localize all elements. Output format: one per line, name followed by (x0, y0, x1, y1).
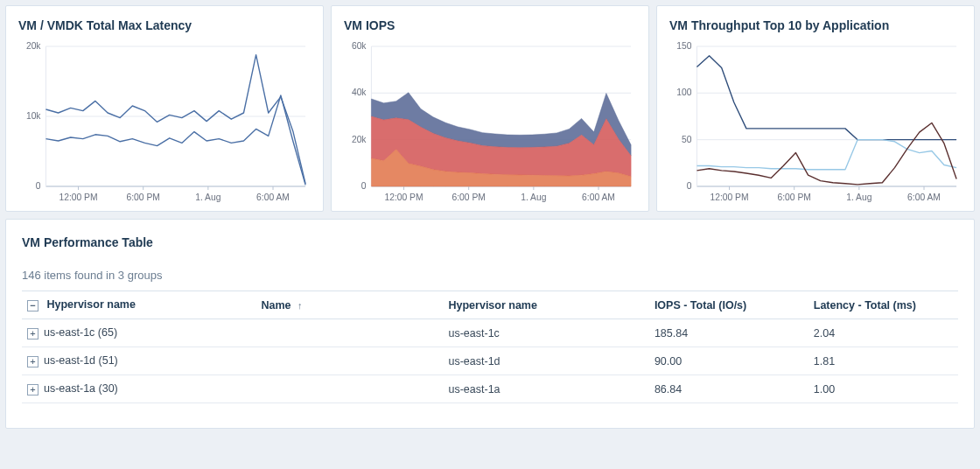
group-label: us-east-1d (51) (44, 354, 118, 367)
chart-area-iops[interactable]: 020k40k60k12:00 PM6:00 PM1. Aug6:00 AM (344, 39, 636, 206)
svg-text:0: 0 (36, 181, 41, 191)
col-header-iops[interactable]: IOPS - Total (IO/s) (649, 291, 808, 319)
cell-latency: 1.00 (808, 375, 958, 403)
performance-table: − Hypervisor name Name ↑ Hypervisor name… (22, 290, 958, 403)
svg-text:100: 100 (676, 88, 691, 97)
svg-text:12:00 PM: 12:00 PM (710, 192, 748, 202)
svg-text:1. Aug: 1. Aug (521, 192, 546, 202)
svg-text:12:00 PM: 12:00 PM (384, 192, 423, 202)
col-header-label: Hypervisor name (46, 298, 135, 311)
chart-card-latency: VM / VMDK Total Max Latency 010k20k12:00… (5, 5, 324, 212)
cell-latency: 1.81 (808, 347, 958, 375)
charts-row: VM / VMDK Total Max Latency 010k20k12:00… (5, 5, 975, 212)
cell-iops: 185.84 (649, 319, 808, 347)
table-header-row: − Hypervisor name Name ↑ Hypervisor name… (22, 291, 958, 319)
cell-iops: 86.84 (649, 375, 808, 403)
svg-text:20k: 20k (26, 41, 41, 51)
svg-text:10k: 10k (26, 111, 41, 121)
chart-title: VM Throughput Top 10 by Application (669, 18, 962, 32)
svg-text:1. Aug: 1. Aug (195, 192, 220, 202)
chart-title: VM / VMDK Total Max Latency (18, 18, 311, 32)
svg-text:6:00 AM: 6:00 AM (582, 192, 615, 202)
col-header-hypervisor-2[interactable]: Hypervisor name (444, 291, 649, 319)
svg-text:150: 150 (676, 41, 691, 51)
cell-hypervisor: us-east-1d (444, 347, 649, 375)
cell-name (256, 347, 444, 375)
table-row[interactable]: +us-east-1c (65)us-east-1c185.842.04 (22, 319, 958, 347)
col-header-label: Latency - Total (ms) (814, 299, 916, 312)
col-header-latency[interactable]: Latency - Total (ms) (808, 291, 958, 319)
svg-text:0: 0 (687, 181, 692, 191)
svg-text:6:00 PM: 6:00 PM (778, 192, 811, 202)
expand-icon[interactable]: + (27, 384, 38, 396)
sort-asc-icon: ↑ (298, 300, 303, 311)
expand-icon[interactable]: + (27, 328, 38, 340)
svg-text:0: 0 (361, 181, 367, 191)
performance-table-card: VM Performance Table 146 items found in … (5, 219, 975, 429)
collapse-all-icon[interactable]: − (27, 300, 38, 312)
svg-text:6:00 PM: 6:00 PM (127, 192, 160, 202)
svg-text:20k: 20k (352, 135, 367, 144)
svg-text:6:00 AM: 6:00 AM (907, 192, 941, 202)
table-subtitle: 146 items found in 3 groups (22, 269, 958, 282)
chart-card-throughput: VM Throughput Top 10 by Application 0501… (656, 5, 975, 212)
cell-name (256, 375, 444, 403)
col-header-label: IOPS - Total (IO/s) (654, 299, 746, 312)
svg-text:6:00 PM: 6:00 PM (452, 192, 486, 202)
cell-hypervisor: us-east-1c (444, 319, 649, 347)
col-header-label: Hypervisor name (449, 299, 537, 312)
chart-title: VM IOPS (344, 18, 636, 32)
col-header-label: Name (262, 299, 291, 312)
chart-area-throughput[interactable]: 05010015012:00 PM6:00 PM1. Aug6:00 AM (669, 39, 962, 206)
chart-card-iops: VM IOPS 020k40k60k12:00 PM6:00 PM1. Aug6… (331, 5, 649, 212)
svg-text:1. Aug: 1. Aug (846, 192, 872, 202)
chart-area-latency[interactable]: 010k20k12:00 PM6:00 PM1. Aug6:00 AM (18, 39, 311, 206)
cell-name (256, 319, 444, 347)
col-header-hypervisor-1[interactable]: − Hypervisor name (22, 291, 256, 319)
table-row[interactable]: +us-east-1a (30)us-east-1a86.841.00 (22, 375, 958, 403)
expand-icon[interactable]: + (27, 356, 38, 368)
group-label: us-east-1a (30) (44, 382, 118, 395)
svg-text:50: 50 (682, 135, 692, 144)
table-row[interactable]: +us-east-1d (51)us-east-1d90.001.81 (22, 347, 958, 375)
svg-text:12:00 PM: 12:00 PM (59, 192, 97, 202)
cell-iops: 90.00 (649, 347, 808, 375)
col-header-name[interactable]: Name ↑ (256, 291, 444, 319)
svg-text:6:00 AM: 6:00 AM (256, 192, 290, 202)
svg-text:60k: 60k (352, 41, 367, 51)
cell-latency: 2.04 (808, 319, 958, 347)
group-label: us-east-1c (65) (44, 326, 117, 339)
svg-text:40k: 40k (352, 88, 367, 97)
table-title: VM Performance Table (22, 235, 958, 249)
cell-hypervisor: us-east-1a (444, 375, 649, 403)
